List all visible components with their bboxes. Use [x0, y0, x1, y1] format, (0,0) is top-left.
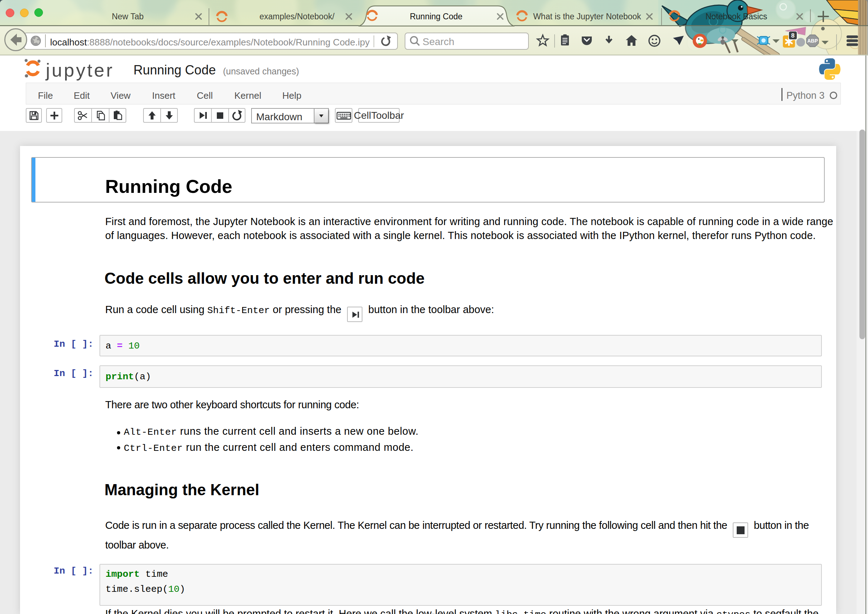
svg-text:ABP: ABP [807, 38, 818, 43]
svg-text:8: 8 [791, 32, 794, 39]
